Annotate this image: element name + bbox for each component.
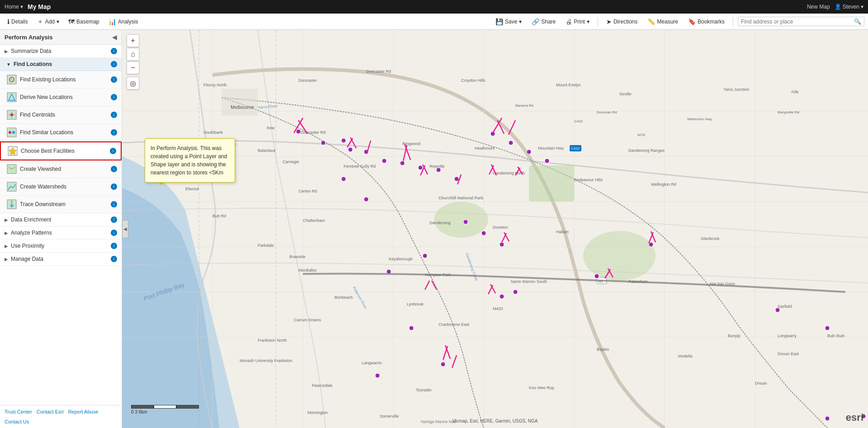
svg-text:Garfield: Garfield [778, 304, 792, 309]
add-icon: ＋ [37, 18, 43, 26]
svg-text:Drouin East: Drouin East [778, 352, 799, 356]
svg-text:Doncaster Rd: Doncaster Rd [301, 130, 326, 135]
svg-text:Somerville: Somerville [380, 414, 399, 419]
derive-new-info-icon[interactable]: i [111, 94, 117, 100]
home-button[interactable]: Home ▾ [5, 4, 23, 10]
contact-esri-link[interactable]: Contact Esri [37, 409, 64, 414]
sidebar-item-choose-best[interactable]: Choose Best Facilities i [0, 141, 122, 160]
analyze-patterns-info-icon[interactable]: i [111, 230, 117, 236]
add-button[interactable]: ＋ Add ▾ [33, 16, 63, 28]
sidebar-item-find-existing[interactable]: Find Existing Locations i [0, 71, 122, 89]
svg-text:Glenbrook: Glenbrook [701, 236, 720, 241]
svg-point-141 [513, 290, 518, 294]
data-enrichment-info-icon[interactable]: i [111, 216, 117, 223]
create-watersheds-info-icon[interactable]: i [111, 183, 117, 190]
svg-point-33 [434, 202, 488, 238]
measure-button[interactable]: 📏 Measure [644, 16, 682, 27]
svg-point-144 [775, 308, 780, 312]
basemap-label: Basemap [76, 19, 99, 25]
analyze-patterns-arrow: ▶ [5, 230, 8, 235]
user-menu-button[interactable]: 👤 Steven ▾ [835, 4, 863, 10]
sidebar-item-create-watersheds[interactable]: Create Watersheds i [0, 178, 122, 196]
find-existing-info-icon[interactable]: i [111, 76, 117, 83]
manage-data-label: Manage Data [11, 256, 43, 262]
svg-text:Keysborough: Keysborough [389, 257, 413, 261]
sidebar-header: Perform Analysis ◀ [0, 30, 122, 45]
sidebar: Perform Analysis ◀ ▶ Summarize Data i ▼ … [0, 30, 122, 428]
svg-point-138 [375, 373, 380, 378]
sidebar-collapse-handle[interactable]: ◀ [122, 220, 128, 238]
sidebar-item-find-similar[interactable]: Find Similar Locations i [0, 124, 122, 141]
zoom-in-button[interactable]: + [127, 34, 139, 47]
sidebar-item-analyze-patterns[interactable]: ▶ Analyze Patterns i [0, 226, 122, 240]
choose-best-label: Choose Best Facilities [21, 148, 75, 154]
sidebar-item-trace-downstream[interactable]: Trace Downstream i [0, 196, 122, 213]
find-locations-info-icon[interactable]: i [111, 61, 117, 67]
svg-text:Marysville Rd: Marysville Rd [778, 110, 799, 114]
directions-button[interactable]: ➤ Directions [603, 16, 641, 27]
sidebar-item-derive-new[interactable]: Derive New Locations i [0, 89, 122, 106]
find-existing-icon [6, 74, 17, 85]
new-map-button[interactable]: New Map [807, 4, 830, 10]
sidebar-collapse-button[interactable]: ◀ [112, 33, 117, 41]
bottom-links: Trust Center Contact Esri Report Abuse C… [0, 405, 122, 428]
attribution-text: Vicmap, Esri, HERE, Garmin, USGS, NGA [453, 419, 538, 423]
svg-point-130 [463, 220, 468, 224]
choose-best-info-icon[interactable]: i [110, 148, 116, 154]
svg-point-135 [341, 177, 346, 181]
create-viewshed-info-icon[interactable]: i [111, 166, 117, 172]
directions-label: Directions [613, 19, 637, 25]
find-centroids-info-icon[interactable]: i [111, 112, 117, 118]
sidebar-item-create-viewshed[interactable]: Create Viewshed i [0, 160, 122, 178]
map-area[interactable]: Melbourne Fitzroy North Doncaster Doncas… [122, 30, 868, 428]
search-icon[interactable]: 🔍 [854, 18, 861, 25]
svg-point-142 [594, 274, 599, 278]
report-abuse-link[interactable]: Report Abuse [68, 409, 99, 414]
summarize-info-icon[interactable]: i [111, 48, 117, 54]
svg-text:Bayles: Bayles [597, 347, 609, 352]
basemap-button[interactable]: 🗺 Basemap [65, 16, 103, 27]
analysis-button[interactable]: 📊 Analysis [105, 16, 142, 27]
home-extent-button[interactable]: ⌂ [127, 48, 139, 61]
trust-center-link[interactable]: Trust Center [5, 409, 32, 414]
use-proximity-info-icon[interactable]: i [111, 243, 117, 249]
bookmarks-button[interactable]: 🔖 Bookmarks [684, 16, 728, 27]
svg-text:Lynbrook: Lynbrook [407, 302, 424, 306]
search-box[interactable]: 🔍 [738, 17, 864, 26]
svg-point-137 [409, 326, 414, 330]
contact-us-link[interactable]: Contact Us [5, 419, 29, 424]
save-button[interactable]: 💾 Save ▾ [492, 16, 525, 27]
svg-text:Kew: Kew [267, 126, 275, 130]
map-background: Melbourne Fitzroy North Doncaster Doncas… [122, 30, 868, 428]
svg-point-124 [436, 168, 441, 172]
zoom-out-button[interactable]: − [127, 61, 139, 74]
share-button[interactable]: 🔗 Share [528, 16, 559, 27]
svg-point-131 [481, 231, 486, 235]
svg-text:Donovan Rd: Donovan Rd [597, 110, 617, 114]
use-proximity-arrow: ▶ [5, 244, 8, 249]
sidebar-item-use-proximity[interactable]: ▶ Use Proximity i [0, 240, 122, 253]
find-similar-info-icon[interactable]: i [111, 129, 117, 136]
svg-text:Southbank: Southbank [203, 130, 223, 135]
svg-point-136 [364, 197, 368, 202]
measure-icon: 📏 [647, 18, 655, 25]
sidebar-item-find-centroids[interactable]: Find Centroids i [0, 106, 122, 124]
trace-downstream-info-icon[interactable]: i [111, 201, 117, 207]
details-button[interactable]: ℹ Details [4, 16, 32, 27]
share-icon: 🔗 [532, 18, 539, 25]
locate-button[interactable]: ◎ [127, 77, 139, 89]
sidebar-item-data-enrichment[interactable]: ▶ Data Enrichment i [0, 213, 122, 226]
search-input[interactable] [741, 19, 854, 25]
manage-data-info-icon[interactable]: i [111, 256, 117, 262]
svg-point-117 [321, 141, 326, 145]
find-centroids-label: Find Centroids [20, 112, 55, 118]
sidebar-item-summarize-data[interactable]: ▶ Summarize Data i [0, 45, 122, 58]
svg-text:Rowville: Rowville [429, 164, 445, 169]
svg-text:Parkdale: Parkdale [258, 243, 274, 248]
svg-text:Koo Wee Rup: Koo Wee Rup [529, 386, 554, 390]
print-button[interactable]: 🖨 Print ▾ [562, 16, 593, 27]
sidebar-item-manage-data[interactable]: ▶ Manage Data i [0, 253, 122, 266]
find-locations-header[interactable]: ▼ Find Locations i [0, 58, 122, 71]
svg-point-12 [9, 131, 11, 134]
svg-text:Fitzroy North: Fitzroy North [203, 83, 227, 87]
